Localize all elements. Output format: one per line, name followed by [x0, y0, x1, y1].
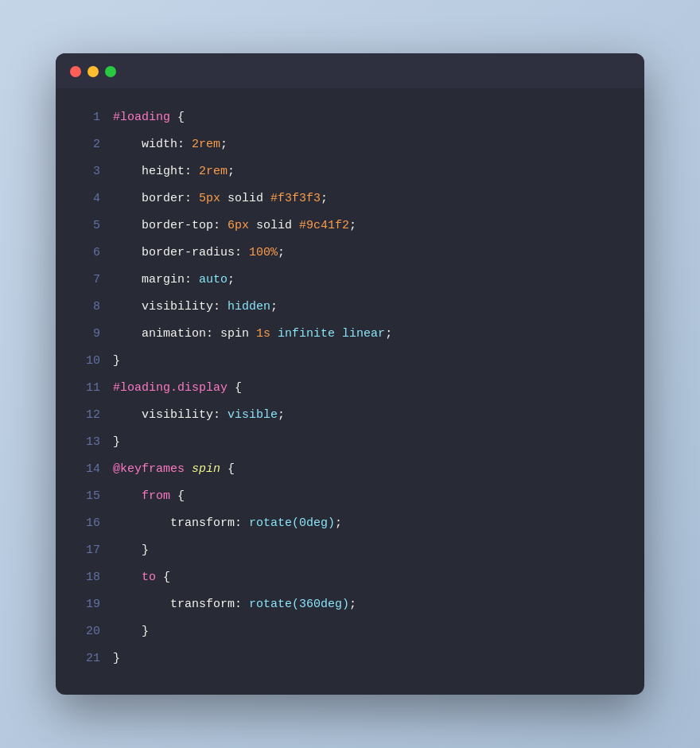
code-content: animation: spin 1s infinite linear; [113, 321, 392, 348]
code-content: border-radius: 100%; [113, 240, 285, 267]
line-number: 3 [72, 158, 100, 185]
code-line: 17 } [72, 537, 628, 564]
line-number: 12 [72, 402, 100, 429]
code-line: 3 height: 2rem; [72, 158, 628, 185]
line-number: 9 [72, 321, 100, 348]
maximize-button[interactable] [105, 66, 116, 77]
line-number: 18 [72, 564, 100, 591]
code-line: 20 } [72, 618, 628, 645]
line-number: 4 [72, 185, 100, 212]
code-editor-window: 1 #loading { 2 width: 2rem; 3 height: 2r… [56, 53, 644, 695]
code-line: 6 border-radius: 100%; [72, 240, 628, 267]
line-number: 6 [72, 240, 100, 267]
close-button[interactable] [70, 66, 81, 77]
code-line: 13 } [72, 429, 628, 456]
code-content: } [113, 429, 120, 456]
code-line: 2 width: 2rem; [72, 131, 628, 158]
line-number: 2 [72, 131, 100, 158]
code-line: 12 visibility: visible; [72, 402, 628, 429]
code-area: 1 #loading { 2 width: 2rem; 3 height: 2r… [56, 88, 644, 695]
code-line: 5 border-top: 6px solid #9c41f2; [72, 212, 628, 240]
code-line: 8 visibility: hidden; [72, 294, 628, 321]
code-content: to { [113, 564, 170, 591]
line-number: 21 [72, 645, 100, 672]
line-number: 5 [72, 212, 100, 240]
code-content: transform: rotate(0deg); [113, 510, 342, 537]
code-content: } [113, 537, 149, 564]
code-content: margin: auto; [113, 267, 235, 294]
minimize-button[interactable] [88, 66, 99, 77]
code-line: 16 transform: rotate(0deg); [72, 510, 628, 537]
code-line: 9 animation: spin 1s infinite linear; [72, 321, 628, 348]
line-number: 20 [72, 618, 100, 645]
code-content: transform: rotate(360deg); [113, 591, 356, 618]
code-content: visibility: hidden; [113, 294, 278, 321]
code-line: 14 @keyframes spin { [72, 456, 628, 483]
code-content: #loading { [113, 104, 185, 131]
line-number: 16 [72, 510, 100, 537]
code-content: } [113, 645, 120, 672]
code-line: 1 #loading { [72, 104, 628, 131]
line-number: 15 [72, 483, 100, 510]
code-line: 10 } [72, 348, 628, 375]
code-content: border: 5px solid #f3f3f3; [113, 185, 328, 212]
line-number: 14 [72, 456, 100, 483]
titlebar [56, 53, 644, 88]
code-content: height: 2rem; [113, 158, 235, 185]
code-line: 7 margin: auto; [72, 267, 628, 294]
code-content: } [113, 618, 149, 645]
code-content: @keyframes spin { [113, 456, 235, 483]
line-number: 7 [72, 267, 100, 294]
code-content: from { [113, 483, 185, 510]
code-line: 15 from { [72, 483, 628, 510]
code-line: 21 } [72, 645, 628, 672]
code-content: width: 2rem; [113, 131, 228, 158]
code-content: #loading.display { [113, 375, 242, 402]
code-line: 19 transform: rotate(360deg); [72, 591, 628, 618]
line-number: 19 [72, 591, 100, 618]
code-line: 11 #loading.display { [72, 375, 628, 402]
code-content: } [113, 348, 120, 375]
code-content: visibility: visible; [113, 402, 285, 429]
line-number: 11 [72, 375, 100, 402]
code-line: 4 border: 5px solid #f3f3f3; [72, 185, 628, 212]
line-number: 17 [72, 537, 100, 564]
code-line: 18 to { [72, 564, 628, 591]
line-number: 1 [72, 104, 100, 131]
line-number: 10 [72, 348, 100, 375]
line-number: 13 [72, 429, 100, 456]
line-number: 8 [72, 294, 100, 321]
code-content: border-top: 6px solid #9c41f2; [113, 212, 356, 240]
